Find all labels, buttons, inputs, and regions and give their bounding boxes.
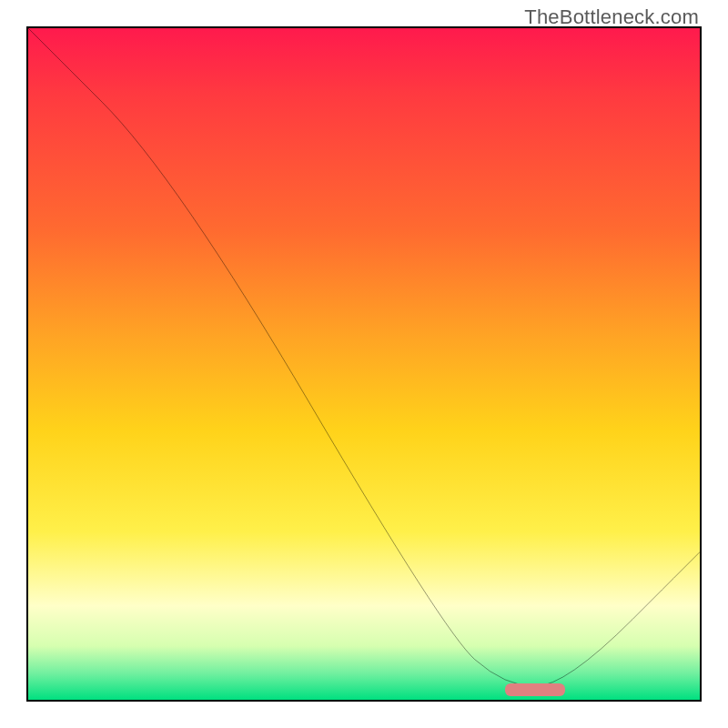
bottleneck-curve [28, 28, 700, 700]
chart-container: TheBottleneck.com [0, 0, 728, 728]
plot-area [26, 26, 702, 702]
optimal-range-marker [505, 683, 565, 696]
